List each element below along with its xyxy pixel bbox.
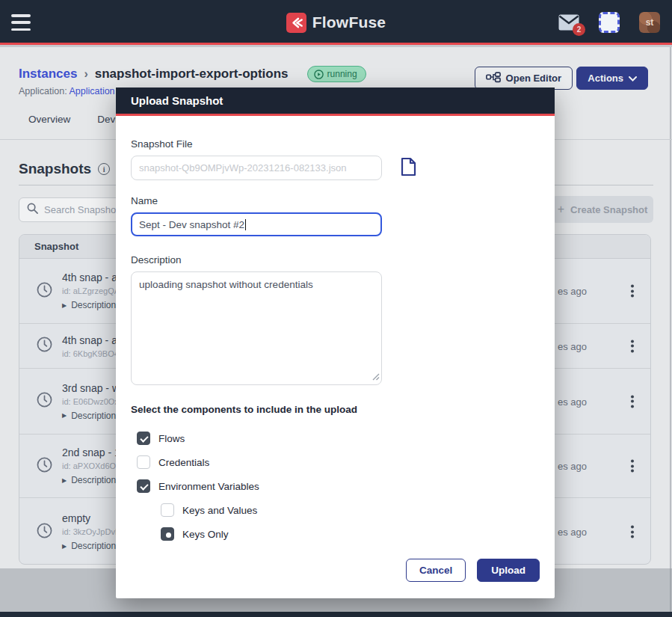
column-snapshot: Snapshot <box>34 241 78 252</box>
upload-button[interactable]: Upload <box>477 559 540 582</box>
create-snapshot-button[interactable]: + Create Snapshot <box>552 196 653 223</box>
create-snapshot-label: Create Snapshot <box>570 204 647 215</box>
snapshot-timestamp: es ago <box>558 461 587 472</box>
checkbox-checked-icon[interactable] <box>137 432 150 445</box>
snapshot-file-input[interactable] <box>131 156 382 180</box>
cancel-button[interactable]: Cancel <box>406 559 466 582</box>
checkbox-flows[interactable]: Flows <box>137 426 540 450</box>
search-icon <box>27 203 38 217</box>
snapshot-title: 4th snap - a <box>62 271 120 283</box>
snapshot-title: 3rd snap - w <box>62 382 123 394</box>
clock-icon <box>37 523 52 541</box>
application-row: Application: Application <box>19 86 115 96</box>
running-icon <box>314 70 324 79</box>
snapshot-timestamp: es ago <box>558 286 587 297</box>
kebab-menu-icon[interactable] <box>628 523 637 541</box>
radio-label: Keys Only <box>182 529 229 540</box>
components-heading: Select the components to include in the … <box>131 404 540 415</box>
triangle-right-icon: ▶ <box>62 543 67 550</box>
snapshot-id: id: aLZgrzegQA <box>62 286 120 295</box>
clock-icon <box>37 457 52 476</box>
clock-icon <box>37 337 52 355</box>
footer-bar <box>0 612 672 617</box>
snapshots-heading-row: Snapshots i <box>19 161 110 177</box>
document-icon <box>401 157 416 179</box>
upload-snapshot-modal: Upload Snapshot Snapshot File Name Sept … <box>116 88 555 598</box>
page-title: snapshot-import-export-options <box>95 67 289 82</box>
status-label: running <box>327 69 357 79</box>
actions-label: Actions <box>588 73 623 84</box>
triangle-right-icon: ▶ <box>62 412 67 419</box>
checkbox-environment-variables[interactable]: Environment Variables <box>137 474 540 498</box>
kebab-menu-icon[interactable] <box>628 457 637 476</box>
breadcrumb-instances-link[interactable]: Instances <box>19 67 77 82</box>
checkbox-checked-icon[interactable] <box>137 479 150 493</box>
clock-icon <box>37 282 52 301</box>
name-field-label: Name <box>131 195 540 206</box>
radio-unchecked-icon[interactable] <box>161 503 174 517</box>
checkbox-label: Credentials <box>158 457 209 468</box>
notifications-button[interactable]: 2 <box>558 14 579 31</box>
snapshot-timestamp: es ago <box>558 396 587 407</box>
scrollbar-edge[interactable] <box>670 47 671 612</box>
radio-keys-and-values[interactable]: Keys and Values <box>161 498 540 522</box>
snapshot-title: empty <box>62 512 122 524</box>
components-list: Flows Credentials Environment Variables … <box>131 426 540 546</box>
kebab-menu-icon[interactable] <box>628 282 637 301</box>
file-picker-button[interactable] <box>401 157 416 179</box>
checkbox-label: Environment Variables <box>158 481 259 492</box>
info-icon[interactable]: i <box>98 163 110 175</box>
snapshot-id: id: 6KbgK9BO4a <box>62 349 123 358</box>
plus-icon: + <box>558 203 564 216</box>
actions-button[interactable]: Actions <box>576 67 648 90</box>
tab-overview[interactable]: Overview <box>28 114 70 134</box>
clock-icon <box>37 392 52 411</box>
open-editor-button[interactable]: Open Editor <box>475 67 573 90</box>
radio-keys-only[interactable]: Keys Only <box>161 522 540 546</box>
snapshot-timestamp: es ago <box>558 527 587 538</box>
team-avatar[interactable] <box>599 12 620 33</box>
application-label: Application: <box>19 86 67 96</box>
application-link[interactable]: Application <box>69 86 114 96</box>
description-toggle-label: Description <box>71 541 116 551</box>
brand-name: FlowFuse <box>312 13 386 31</box>
modal-header: Upload Snapshot <box>116 88 555 116</box>
name-input[interactable]: Sept - Dev snapshot #2 <box>131 212 382 236</box>
snapshot-id: id: E06Dwz0Oxp <box>62 397 123 406</box>
snapshot-title: 4th snap - a <box>62 334 123 346</box>
file-field-label: Snapshot File <box>131 138 540 150</box>
triangle-right-icon: ▶ <box>62 477 67 484</box>
description-toggle[interactable]: ▶Description <box>62 300 120 310</box>
description-toggle[interactable]: ▶Description <box>62 541 122 551</box>
editor-icon <box>486 71 501 85</box>
chevron-down-icon <box>629 73 637 84</box>
snapshot-timestamp: es ago <box>558 340 587 352</box>
checkbox-unchecked-icon[interactable] <box>137 455 150 469</box>
description-toggle[interactable]: ▶Description <box>62 411 123 421</box>
name-input-value: Sept - Dev snapshot #2 <box>139 219 244 230</box>
checkbox-label: Flows <box>158 433 185 444</box>
open-editor-label: Open Editor <box>506 73 561 84</box>
checkbox-credentials[interactable]: Credentials <box>137 450 540 474</box>
user-avatar[interactable]: st <box>639 12 660 33</box>
menu-icon[interactable] <box>11 14 31 31</box>
status-badge: running <box>307 66 366 82</box>
triangle-right-icon: ▶ <box>62 302 67 309</box>
top-navbar: FlowFuse 2 st <box>0 0 672 45</box>
chevron-right-icon: › <box>84 67 87 81</box>
snapshot-id: id: 3kzOyJpDvM <box>62 527 122 536</box>
kebab-menu-icon[interactable] <box>628 337 637 355</box>
radio-checked-icon[interactable] <box>161 527 174 541</box>
description-toggle-label: Description <box>71 411 116 421</box>
modal-title: Upload Snapshot <box>131 94 223 107</box>
description-textarea[interactable]: uploading snapshot without credentials <box>131 271 382 385</box>
description-field-label: Description <box>131 254 540 265</box>
notification-badge: 2 <box>573 23 585 36</box>
flowfuse-logo-icon <box>286 13 306 33</box>
text-caret <box>245 219 246 230</box>
breadcrumb: Instances › snapshot-import-export-optio… <box>19 66 366 82</box>
kebab-menu-icon[interactable] <box>628 392 637 411</box>
description-toggle-label: Description <box>71 300 116 310</box>
radio-label: Keys and Values <box>182 505 257 516</box>
description-toggle-label: Description <box>71 475 116 485</box>
